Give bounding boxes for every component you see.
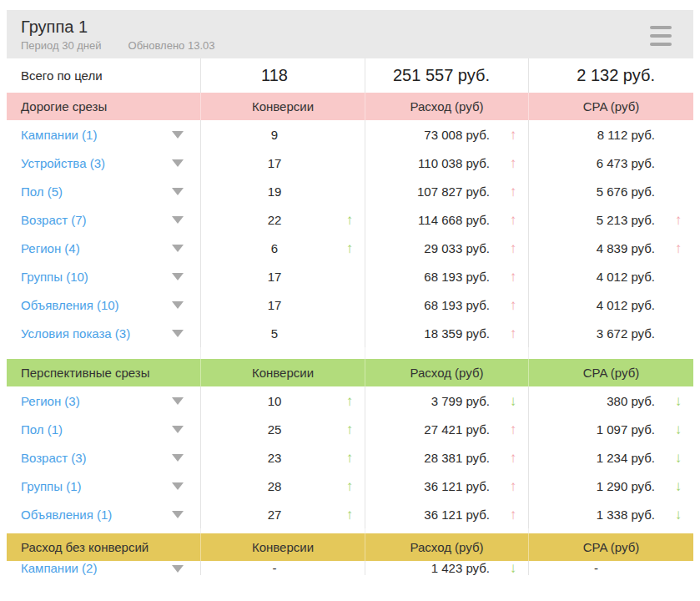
slice-cell: Группы (10) (7, 262, 201, 290)
trend-up-icon: ↑ (335, 508, 365, 522)
conversions-cell: 10 ↑ (201, 386, 365, 415)
totals-spend-value: 251 557 руб. (365, 66, 498, 85)
trend-down-icon: ↓ (498, 561, 528, 575)
table-row: Условия показа (3) 5 18 359 руб. ↑ 3 672… (7, 319, 693, 347)
trend-up-icon: ↑ (663, 241, 693, 255)
spend-value: 68 193 руб. (365, 270, 498, 284)
table-row: Группы (10) 17 68 193 руб. ↑ 4 012 руб. (7, 262, 693, 290)
chevron-down-icon[interactable] (172, 511, 184, 518)
section-header-promising: Перспективные срезы Конверсии Расход (ру… (7, 359, 693, 386)
trend-up-icon: ↑ (498, 479, 528, 493)
totals-conversions-cell: 118 (201, 58, 365, 93)
spend-cell: 110 038 руб. ↑ (365, 149, 529, 177)
slice-link[interactable]: Регион (4) (21, 241, 80, 255)
spend-cell: 28 381 руб. ↑ (365, 443, 529, 472)
chevron-down-icon[interactable] (172, 482, 184, 490)
spend-value: 27 421 руб. (365, 422, 498, 437)
chevron-down-icon[interactable] (172, 188, 184, 195)
slice-cell: Объявления (10) (7, 290, 201, 319)
hamburger-menu-icon[interactable] (650, 26, 672, 46)
chevron-down-icon[interactable] (172, 330, 184, 337)
chevron-down-icon[interactable] (172, 245, 184, 252)
table-row: Объявления (10) 17 68 193 руб. ↑ 4 012 р… (7, 290, 693, 319)
trend-up-icon: ↑ (663, 213, 693, 227)
totals-spend-cell: 251 557 руб. (365, 58, 529, 93)
conversions-cell: 17 (201, 262, 365, 290)
trend-down-icon: ↓ (663, 451, 693, 465)
chevron-down-icon[interactable] (172, 131, 184, 139)
chevron-down-icon[interactable] (172, 426, 184, 433)
spend-value: 29 033 руб. (365, 241, 498, 255)
trend-up-icon: ↑ (335, 451, 365, 465)
spend-cell: 68 193 руб. ↑ (365, 290, 529, 319)
trend-down-icon: ↓ (498, 394, 528, 408)
chevron-down-icon[interactable] (172, 159, 184, 167)
slice-link[interactable]: Регион (3) (21, 394, 80, 408)
spend-value: 28 381 руб. (365, 451, 498, 465)
slice-cell: Регион (4) (7, 234, 201, 262)
column-header-spend: Расход (руб) (365, 359, 529, 386)
conversions-cell: 27 ↑ (201, 500, 365, 528)
conversions-cell: 9 (201, 120, 365, 149)
spend-cell: 36 121 руб. ↑ (365, 472, 529, 500)
slice-link[interactable]: Группы (1) (21, 479, 81, 493)
trend-up-icon: ↑ (335, 479, 365, 493)
chevron-down-icon[interactable] (172, 565, 184, 573)
conversions-value: 27 (201, 508, 335, 522)
totals-label-cell: Всего по цели (7, 58, 201, 93)
slice-cell: Условия показа (3) (7, 319, 201, 347)
totals-cpa-value: 2 132 руб. (529, 66, 663, 85)
spend-cell: 3 799 руб. ↓ (365, 386, 529, 415)
column-header-cpa: CPA (руб) (529, 533, 693, 561)
slice-link[interactable]: Пол (5) (21, 184, 63, 199)
section-title: Расход без конверсий (21, 540, 149, 554)
section-title-cell: Перспективные срезы (7, 359, 201, 386)
slice-link[interactable]: Кампании (2) (21, 561, 97, 575)
trend-up-icon: ↑ (335, 241, 365, 255)
trend-up-icon: ↑ (335, 422, 365, 437)
slice-link[interactable]: Кампании (1) (21, 128, 97, 142)
section-title-cell: Дорогие срезы (7, 93, 201, 120)
trend-down-icon: ↓ (663, 479, 693, 493)
slice-cell: Кампании (2) (7, 561, 201, 575)
conversions-value: 10 (201, 394, 335, 408)
section-rows-promising: Регион (3) 10 ↑ 3 799 руб. ↓ 380 руб. ↓ … (7, 386, 693, 528)
table-row: Возраст (3) 23 ↑ 28 381 руб. ↑ 1 234 руб… (7, 443, 693, 472)
spend-value: 68 193 руб. (365, 298, 498, 312)
table-row: Возраст (7) 22 ↑ 114 668 руб. ↑ 5 213 ру… (7, 205, 693, 234)
slice-link[interactable]: Пол (1) (21, 422, 63, 437)
chevron-down-icon[interactable] (172, 216, 184, 224)
table-row: Регион (4) 6 ↑ 29 033 руб. ↑ 4 839 руб. … (7, 234, 693, 262)
slice-link[interactable]: Устройства (3) (21, 156, 105, 170)
cpa-value: 1 234 руб. (529, 451, 663, 465)
slice-link[interactable]: Группы (10) (21, 270, 88, 284)
slice-link[interactable]: Объявления (10) (21, 298, 119, 312)
section-title: Перспективные срезы (21, 366, 149, 380)
cpa-cell: 5 213 руб. ↑ (529, 205, 693, 234)
cpa-value: 1 097 руб. (529, 422, 663, 437)
slice-link[interactable]: Возраст (7) (21, 213, 87, 227)
conversions-value: 9 (201, 128, 335, 142)
chevron-down-icon[interactable] (172, 454, 184, 462)
slice-link[interactable]: Объявления (1) (21, 508, 112, 522)
conversions-cell: 23 ↑ (201, 443, 365, 472)
widget-header: Группа 1 Период 30 дней Обновлено 13.03 (7, 10, 693, 58)
period-label: Период 30 дней (21, 39, 102, 52)
slice-cell: Кампании (1) (7, 120, 201, 149)
section-header-no-conversions: Расход без конверсий Конверсии Расход (р… (7, 533, 693, 561)
trend-up-icon: ↑ (498, 451, 528, 465)
spend-cell: 18 359 руб. ↑ (365, 319, 529, 347)
section-title-cell: Расход без конверсий (7, 533, 201, 561)
chevron-down-icon[interactable] (172, 397, 184, 405)
cpa-cell: 5 676 руб. (529, 177, 693, 205)
table-row: Кампании (2) - 1 423 руб. ↓ - (7, 561, 693, 593)
chevron-down-icon[interactable] (172, 273, 184, 280)
trend-up-icon: ↑ (335, 394, 365, 408)
slice-cell: Возраст (7) (7, 205, 201, 234)
conversions-cell: - (201, 561, 365, 575)
slice-link[interactable]: Возраст (3) (21, 451, 87, 465)
updated-label: Обновлено 13.03 (128, 39, 215, 52)
chevron-down-icon[interactable] (172, 301, 184, 309)
slice-link[interactable]: Условия показа (3) (21, 326, 130, 341)
section-rows-expensive: Кампании (1) 9 73 008 руб. ↑ 8 112 руб. … (7, 120, 693, 347)
